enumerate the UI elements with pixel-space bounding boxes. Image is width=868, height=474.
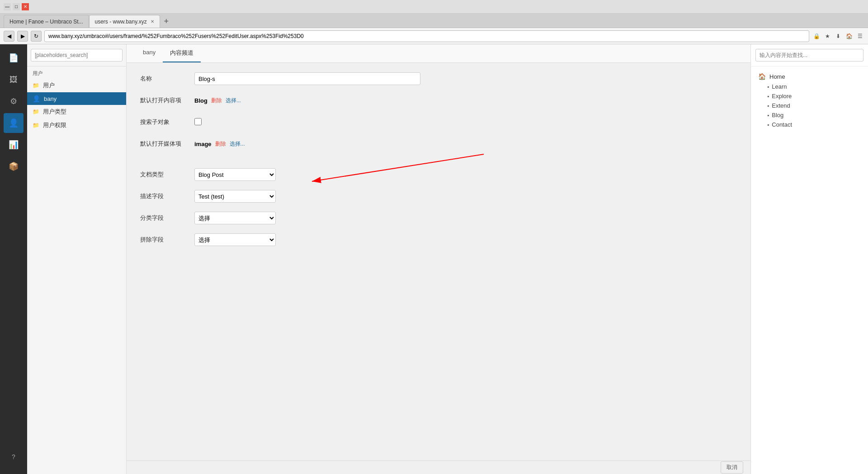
- content-wrapper: bany 内容频道 名称: [127, 44, 868, 474]
- folder-icon: 📁: [33, 82, 39, 89]
- doc-type-select[interactable]: Blog Post: [194, 168, 276, 181]
- category-field-select[interactable]: 选择: [194, 212, 276, 224]
- find-child-label: 搜索子对象: [140, 118, 194, 126]
- default-content-delete-link[interactable]: 删除: [211, 97, 222, 104]
- tab-content-channel[interactable]: 内容频道: [163, 44, 201, 62]
- doc-explore-icon: ▪: [767, 93, 769, 100]
- sidebar-packages-icon[interactable]: 📦: [4, 156, 24, 176]
- sidebar-content-icon[interactable]: 📄: [4, 48, 24, 68]
- cancel-button[interactable]: 取消: [721, 461, 743, 474]
- form-row-name: 名称: [140, 72, 737, 85]
- tree-child-explore[interactable]: ▪ Explore: [767, 91, 861, 101]
- name-label: 名称: [140, 75, 194, 83]
- nav-search-input[interactable]: [31, 49, 123, 62]
- tab-1[interactable]: Home | Fanoe – Umbraco St...: [4, 15, 89, 28]
- default-media-select-link[interactable]: 选择...: [230, 140, 245, 148]
- address-bar: ◀ ▶ ↻ 🔒 ★ ⬇ 🏠 ☰: [0, 28, 868, 44]
- tree-child-learn-label: Learn: [772, 83, 787, 90]
- new-tab-button[interactable]: +: [160, 15, 173, 28]
- nav-item-user-permission[interactable]: 📁 用户权限: [27, 118, 126, 132]
- address-icons: 🔒 ★ ⬇ 🏠 ☰: [812, 32, 864, 41]
- default-content-label: 默认打开内容项: [140, 96, 194, 104]
- package-icon: 📦: [9, 161, 19, 171]
- main-form-area: bany 内容频道 名称: [127, 44, 750, 474]
- minimize-button[interactable]: —: [4, 3, 11, 10]
- doc-learn-icon: ▪: [767, 84, 769, 90]
- tree-child-contact-label: Contact: [772, 121, 792, 128]
- sidebar-reports-icon[interactable]: 📊: [4, 135, 24, 155]
- tree-children: ▪ Learn ▪ Explore ▪ Extend ▪: [758, 82, 861, 129]
- maximize-button[interactable]: □: [13, 3, 20, 10]
- sidebar-settings-icon[interactable]: ⚙: [4, 91, 24, 111]
- tree-child-explore-label: Explore: [772, 93, 792, 100]
- tree-child-contact[interactable]: ▪ Contact: [767, 120, 861, 129]
- nav-user-permission-label: 用户权限: [43, 121, 66, 129]
- tree-child-extend[interactable]: ▪ Extend: [767, 101, 861, 110]
- doc-extend-icon: ▪: [767, 103, 769, 109]
- download-icon[interactable]: ⬇: [834, 32, 843, 41]
- sidebar-media-icon[interactable]: 🖼: [4, 70, 24, 90]
- default-content-value-row: Blog 删除 选择...: [194, 97, 420, 104]
- right-panel: 🏠 Home ▪ Learn ▪ Explore ▪: [750, 44, 868, 474]
- sidebar-help-icon[interactable]: ?: [4, 447, 24, 467]
- right-search-area: [751, 44, 868, 66]
- delete-field-label: 拼除字段: [140, 236, 194, 244]
- tab-2-close[interactable]: ✕: [151, 19, 154, 24]
- tree-child-blog[interactable]: ▪ Blog: [767, 110, 861, 120]
- name-control: [194, 72, 420, 85]
- sidebar-users-icon[interactable]: 👤: [4, 113, 24, 133]
- nav-section-title: 用户: [27, 66, 126, 79]
- home-nav-icon[interactable]: 🏠: [844, 32, 854, 41]
- nav-panel: 用户 📁 用户 👤 bany 📁 用户类型 📁 用户权限: [27, 44, 127, 474]
- find-child-control: [194, 118, 420, 127]
- find-child-checkbox[interactable]: [194, 118, 202, 125]
- category-field-control: 选择: [194, 212, 420, 224]
- tab-bar: Home | Fanoe – Umbraco St... users - www…: [0, 14, 868, 28]
- name-input[interactable]: [194, 72, 420, 85]
- delete-field-control: 选择: [194, 233, 420, 246]
- default-media-value-row: image 删除 选择...: [194, 140, 420, 148]
- sidebar-dark: 📄 🖼 ⚙ 👤 📊 📦 ?: [0, 44, 27, 474]
- tab-bany[interactable]: bany: [136, 44, 163, 62]
- tab-1-label: Home | Fanoe – Umbraco St...: [9, 19, 83, 25]
- tree-child-blog-label: Blog: [772, 112, 783, 118]
- chart-icon: 📊: [9, 140, 19, 150]
- form-row-desc-field: 描述字段 Test (test): [140, 190, 737, 203]
- app-layout: 📄 🖼 ⚙ 👤 📊 📦 ?: [0, 44, 868, 474]
- nav-item-users-folder[interactable]: 📁 用户: [27, 79, 126, 92]
- nav-search-area: [27, 44, 126, 66]
- desc-field-control: Test (test): [194, 190, 420, 203]
- default-media-label: 默认打开媒体项: [140, 140, 194, 148]
- star-icon[interactable]: ★: [823, 32, 832, 41]
- tree-child-learn[interactable]: ▪ Learn: [767, 82, 861, 91]
- footer-bar: 取消: [127, 460, 750, 474]
- default-content-select-link[interactable]: 选择...: [226, 97, 241, 104]
- close-button[interactable]: ✕: [22, 3, 29, 10]
- doc-type-label: 文档类型: [140, 171, 194, 179]
- form-row-default-content: 默认打开内容项 Blog 删除 选择...: [140, 94, 737, 107]
- url-bar[interactable]: [44, 30, 809, 42]
- desc-field-select[interactable]: Test (test): [194, 190, 276, 203]
- nav-item-bany[interactable]: 👤 bany: [27, 92, 126, 105]
- delete-field-select[interactable]: 选择: [194, 233, 276, 246]
- right-tree: 🏠 Home ▪ Learn ▪ Explore ▪: [751, 66, 868, 474]
- right-search-input[interactable]: [755, 49, 863, 62]
- back-button[interactable]: ◀: [4, 31, 14, 42]
- tree-home-label: Home: [769, 73, 785, 80]
- content-tabs: bany 内容频道: [127, 44, 750, 63]
- tree-child-extend-label: Extend: [772, 102, 790, 109]
- tab-2[interactable]: users - www.bany.xyz ✕: [89, 15, 160, 28]
- refresh-button[interactable]: ↻: [31, 31, 42, 42]
- form-row-delete-field: 拼除字段 选择: [140, 233, 737, 246]
- nav-item-user-type[interactable]: 📁 用户类型: [27, 105, 126, 118]
- home-tree-icon: 🏠: [758, 73, 766, 80]
- menu-icon[interactable]: ☰: [855, 32, 864, 41]
- default-media-delete-link[interactable]: 删除: [215, 140, 226, 148]
- content-page-icon: 📄: [9, 53, 19, 63]
- question-icon: ?: [12, 453, 15, 460]
- title-bar: — □ ✕: [0, 0, 868, 14]
- tree-home[interactable]: 🏠 Home: [758, 71, 861, 82]
- nav-user-type-label: 用户类型: [43, 108, 66, 116]
- nav-bany-label: bany: [44, 95, 57, 102]
- forward-button[interactable]: ▶: [17, 31, 28, 42]
